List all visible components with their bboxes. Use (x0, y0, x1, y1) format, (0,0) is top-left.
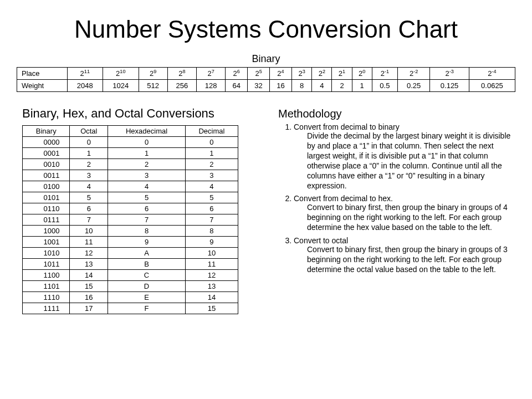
cell: 0100 (23, 181, 70, 192)
cell: 10 (70, 226, 108, 237)
table-row: 101012A10 (23, 248, 238, 259)
cell: 0000 (23, 137, 70, 148)
cell: 1001 (23, 237, 70, 248)
cell: 1000 (23, 226, 70, 237)
methodology-list: Convert from decimal to binaryDivide the… (278, 122, 515, 275)
place-cell: 22 (312, 68, 332, 80)
weight-cell: 1024 (103, 80, 139, 92)
cell: 14 (70, 270, 108, 281)
cell: 5 (185, 192, 238, 203)
cell: 2 (185, 159, 238, 170)
cell: E (108, 292, 186, 303)
place-cell: 26 (226, 68, 248, 80)
weight-cell: 0.0625 (469, 80, 515, 92)
methodology-item-body: Convert to binary first, then group the … (294, 203, 515, 233)
cell: 1011 (23, 259, 70, 270)
cell: 9 (185, 237, 238, 248)
table-row: BinaryOctalHexadecimalDecimal (23, 126, 238, 137)
weight-cell: 32 (248, 80, 270, 92)
column-header: Decimal (185, 126, 238, 137)
column-header: Binary (23, 126, 70, 137)
table-row: 0010222 (23, 159, 238, 170)
table-row: 0000000 (23, 137, 238, 148)
cell: 15 (70, 281, 108, 292)
left-column: Binary, Hex, and Octal Conversions Binar… (17, 106, 256, 314)
place-cell: 24 (270, 68, 292, 80)
cell: 1010 (23, 248, 70, 259)
cell: 11 (70, 237, 108, 248)
table-row: 10001088 (23, 226, 238, 237)
page-title: Number Systems Conversion Chart (17, 16, 515, 43)
weight-cell: 64 (226, 80, 248, 92)
cell: 5 (70, 192, 108, 203)
cell: 0 (185, 137, 238, 148)
table-row: 0011333 (23, 170, 238, 181)
place-cell: 29 (139, 68, 167, 80)
weight-cell: 2048 (67, 80, 103, 92)
table-row: 0101555 (23, 192, 238, 203)
cell: F (108, 303, 186, 314)
cell: 11 (185, 259, 238, 270)
cell: 1110 (23, 292, 70, 303)
cell: 1101 (23, 281, 70, 292)
table-row: 0001111 (23, 148, 238, 159)
cell: 6 (185, 203, 238, 214)
table-row: Place211210292827262524232221202-12-22-3… (17, 68, 515, 80)
cell: 3 (108, 170, 186, 181)
methodology-heading: Methodology (278, 108, 515, 120)
cell: 7 (108, 214, 186, 226)
cell: 0010 (23, 159, 70, 170)
table-row: 101113B11 (23, 259, 238, 270)
cell: 1100 (23, 270, 70, 281)
list-item: Convert from decimal to binaryDivide the… (294, 122, 515, 191)
cell: 7 (185, 214, 238, 226)
weight-cell: 1 (352, 80, 372, 92)
table-row: Weight2048102451225612864321684210.50.25… (17, 80, 515, 92)
place-cell: 25 (248, 68, 270, 80)
cell: 0001 (23, 148, 70, 159)
cell: 3 (70, 170, 108, 181)
cell: 0111 (23, 214, 70, 226)
list-item: Convert to octalConvert to binary first,… (294, 236, 515, 275)
cell: 9 (108, 237, 186, 248)
weight-cell: 8 (291, 80, 311, 92)
columns-container: Binary, Hex, and Octal Conversions Binar… (17, 106, 515, 314)
methodology-item-title: Convert from decimal to hex. (294, 194, 515, 203)
place-cell: 2-4 (469, 68, 515, 80)
weight-cell: 0.125 (430, 80, 469, 92)
table-row: 0111777 (23, 214, 238, 226)
binary-weight-table: Place211210292827262524232221202-12-22-3… (17, 67, 515, 92)
cell: 12 (70, 248, 108, 259)
cell: 1111 (23, 303, 70, 314)
table-row: 10011199 (23, 237, 238, 248)
cell: 7 (70, 214, 108, 226)
cell: 13 (185, 281, 238, 292)
cell: 8 (108, 226, 186, 237)
weight-cell: 256 (167, 80, 196, 92)
conversion-table-heading: Binary, Hex, and Octal Conversions (22, 106, 256, 121)
place-cell: 2-1 (372, 68, 397, 80)
place-cell: 28 (167, 68, 196, 80)
cell: 15 (185, 303, 238, 314)
cell: 4 (70, 181, 108, 192)
cell: 1 (70, 148, 108, 159)
place-cell: 21 (332, 68, 352, 80)
cell: 0011 (23, 170, 70, 181)
place-cell: 20 (352, 68, 372, 80)
column-header: Octal (70, 126, 108, 137)
weight-cell: 128 (196, 80, 225, 92)
cell: 14 (185, 292, 238, 303)
place-cell: 23 (291, 68, 311, 80)
weight-cell: 0.25 (397, 80, 429, 92)
cell: 0 (70, 137, 108, 148)
conversion-table: BinaryOctalHexadecimalDecimal 0000000000… (22, 125, 238, 314)
cell: 17 (70, 303, 108, 314)
weight-cell: 0.5 (372, 80, 397, 92)
table-row: 110115D13 (23, 281, 238, 292)
right-column: Methodology Convert from decimal to bina… (278, 106, 515, 314)
cell: 3 (185, 170, 238, 181)
place-cell: 2-2 (397, 68, 429, 80)
cell: C (108, 270, 186, 281)
cell: A (108, 248, 186, 259)
column-header: Hexadecimal (108, 126, 186, 137)
